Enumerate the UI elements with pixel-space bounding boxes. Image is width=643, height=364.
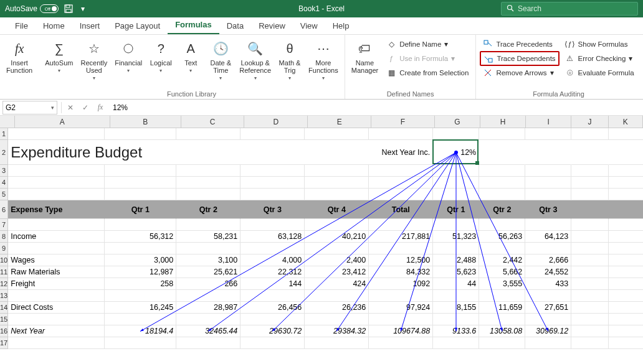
- cell[interactable]: [433, 177, 479, 189]
- cell[interactable]: 2,442: [479, 254, 525, 266]
- cell[interactable]: [479, 165, 525, 177]
- cell[interactable]: 4,000: [241, 254, 305, 266]
- cell[interactable]: Qtr 2: [176, 200, 241, 219]
- cell[interactable]: 12,500: [369, 254, 433, 266]
- cell[interactable]: [571, 302, 609, 314]
- cell[interactable]: [525, 128, 571, 140]
- recently-used-button[interactable]: ☆Recently Used▾: [78, 37, 110, 84]
- cell[interactable]: 18194.4: [105, 325, 176, 337]
- cell[interactable]: [433, 128, 479, 140]
- cell[interactable]: 29630.72: [241, 325, 305, 337]
- cell[interactable]: [609, 302, 643, 314]
- cell[interactable]: [525, 219, 571, 231]
- cell[interactable]: [571, 231, 609, 243]
- cell[interactable]: [105, 177, 176, 189]
- row-header[interactable]: 10: [0, 254, 8, 266]
- cell[interactable]: [609, 128, 643, 140]
- cell[interactable]: [609, 278, 643, 290]
- row-header[interactable]: 9: [0, 243, 8, 254]
- cell[interactable]: 217,881: [369, 231, 433, 243]
- cell[interactable]: [525, 189, 571, 200]
- remove-arrows-button[interactable]: Remove Arrows ▾: [480, 66, 559, 80]
- cell[interactable]: [571, 177, 609, 189]
- cell[interactable]: [8, 290, 105, 302]
- cell[interactable]: [8, 189, 105, 200]
- cell[interactable]: 97,924: [369, 302, 433, 314]
- cell[interactable]: [241, 290, 305, 302]
- cell[interactable]: 30969.12: [525, 325, 571, 337]
- cell[interactable]: [479, 219, 525, 231]
- cell[interactable]: 51,323: [433, 231, 479, 243]
- col-header[interactable]: C: [181, 116, 245, 128]
- insert-function-button[interactable]: fx Insert Function: [4, 37, 35, 77]
- cell[interactable]: 11,659: [479, 302, 525, 314]
- cell[interactable]: [176, 243, 241, 254]
- cell[interactable]: [176, 290, 241, 302]
- cell[interactable]: [609, 314, 643, 325]
- cell[interactable]: [105, 314, 176, 325]
- cell[interactable]: Direct Costs: [8, 302, 105, 314]
- cell[interactable]: [105, 337, 176, 349]
- tab-review[interactable]: Review: [251, 17, 293, 34]
- row-header[interactable]: 4: [0, 177, 8, 189]
- cell[interactable]: 3,555: [479, 278, 525, 290]
- cell[interactable]: [433, 314, 479, 325]
- cell[interactable]: [525, 243, 571, 254]
- cell[interactable]: [571, 314, 609, 325]
- cell[interactable]: [571, 189, 609, 200]
- trace-dependents-button[interactable]: Trace Dependents: [480, 51, 559, 66]
- cell[interactable]: 23,412: [305, 266, 369, 278]
- cell[interactable]: [305, 128, 369, 140]
- cell[interactable]: [479, 177, 525, 189]
- cell[interactable]: 32465.44: [176, 325, 241, 337]
- cell[interactable]: [571, 290, 609, 302]
- cell[interactable]: [571, 165, 609, 177]
- cell[interactable]: Freight: [8, 278, 105, 290]
- cell[interactable]: [105, 290, 176, 302]
- cell[interactable]: [176, 337, 241, 349]
- col-header[interactable]: K: [609, 116, 643, 128]
- cell[interactable]: 24,552: [525, 266, 571, 278]
- row-header[interactable]: 1: [0, 128, 8, 140]
- row-header[interactable]: 7: [0, 219, 8, 231]
- cell[interactable]: [609, 337, 643, 349]
- cell[interactable]: [241, 128, 305, 140]
- cell[interactable]: [105, 219, 176, 231]
- logical-button[interactable]: ?Logical▾: [147, 37, 174, 77]
- cell[interactable]: 5,662: [479, 266, 525, 278]
- tab-help[interactable]: Help: [325, 17, 357, 34]
- cell[interactable]: 63,128: [241, 231, 305, 243]
- cell[interactable]: 64,123: [525, 231, 571, 243]
- cell[interactable]: Next Year Inc.: [369, 140, 433, 165]
- cell[interactable]: [8, 165, 105, 177]
- cell[interactable]: [369, 337, 433, 349]
- cell[interactable]: 2,400: [305, 254, 369, 266]
- cell[interactable]: Raw Materials: [8, 266, 105, 278]
- datetime-button[interactable]: 🕓Date & Time▾: [207, 37, 234, 84]
- cell[interactable]: [369, 128, 433, 140]
- cell[interactable]: [305, 189, 369, 200]
- cell[interactable]: [479, 290, 525, 302]
- tab-view[interactable]: View: [293, 17, 325, 34]
- cell[interactable]: 56,312: [105, 231, 176, 243]
- cell[interactable]: 16,245: [105, 302, 176, 314]
- tab-page-layout[interactable]: Page Layout: [107, 17, 168, 34]
- evaluate-formula-button[interactable]: ⦾Evaluate Formula: [562, 66, 637, 80]
- row-header[interactable]: 17: [0, 337, 8, 349]
- cell[interactable]: [8, 337, 105, 349]
- cell[interactable]: 28,987: [176, 302, 241, 314]
- financial-button[interactable]: Financial▾: [112, 37, 145, 77]
- formula-input[interactable]: 12%: [108, 103, 643, 112]
- cell[interactable]: [369, 189, 433, 200]
- cell[interactable]: Next Year: [8, 325, 105, 337]
- col-header[interactable]: H: [480, 116, 526, 128]
- tab-insert[interactable]: Insert: [72, 17, 108, 34]
- enter-formula-icon[interactable]: ✓: [78, 103, 93, 112]
- cell[interactable]: [433, 243, 479, 254]
- cell[interactable]: [609, 325, 643, 337]
- cell[interactable]: [609, 266, 643, 278]
- cell[interactable]: [176, 314, 241, 325]
- cell[interactable]: [369, 177, 433, 189]
- cell[interactable]: 433: [525, 278, 571, 290]
- cell[interactable]: [305, 165, 369, 177]
